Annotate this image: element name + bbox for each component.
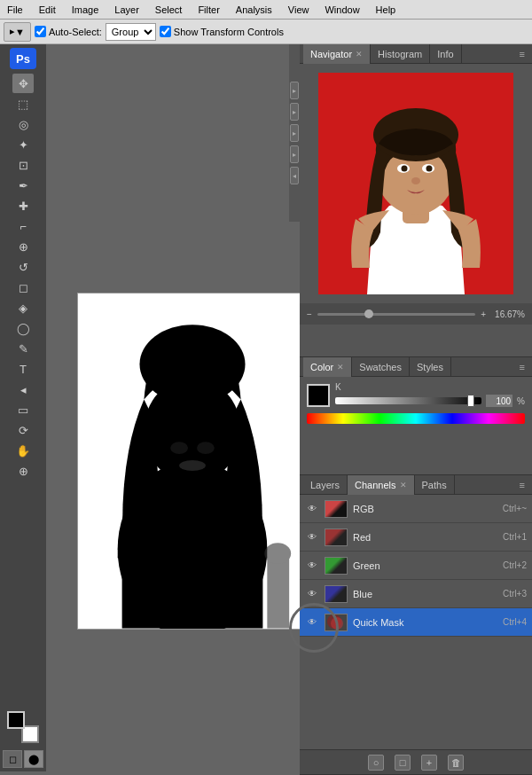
color-close-icon[interactable]: ✕ — [337, 363, 344, 372]
tool-shape[interactable]: ▭ — [12, 400, 34, 419]
channels-close-icon[interactable]: ✕ — [400, 481, 407, 489]
collapse-misc-btn[interactable]: ▸ — [290, 145, 299, 163]
menu-help[interactable]: Help — [372, 3, 400, 17]
transform-checkbox[interactable] — [160, 26, 171, 37]
tool-gradient[interactable]: ◈ — [12, 298, 34, 317]
menu-bar: File Edit Image Layer Select Filter Anal… — [0, 0, 532, 20]
channel-shortcut-quickmask: Ctrl+4 — [503, 617, 527, 627]
tool-lasso[interactable]: ◎ — [12, 114, 34, 134]
autoselect-checkbox[interactable] — [35, 26, 46, 37]
tool-magic-wand[interactable]: ✦ — [12, 135, 34, 154]
tool-healing[interactable]: ✚ — [12, 196, 34, 215]
menu-select[interactable]: Select — [152, 3, 186, 17]
fg-bg-color-picker[interactable] — [7, 711, 39, 743]
channel-shortcut-green: Ctrl+2 — [503, 560, 527, 570]
channel-thumb-red — [325, 528, 348, 546]
svg-point-18 — [426, 166, 433, 172]
panel-collapse-strip: ▸ ▸ ▸ ▸ ◂ — [289, 44, 300, 222]
navigator-panel-menu[interactable]: ≡ — [516, 49, 528, 59]
color-k-value[interactable] — [485, 394, 513, 408]
channels-panel-menu[interactable]: ≡ — [516, 480, 528, 490]
menu-view[interactable]: View — [285, 3, 313, 17]
tab-info[interactable]: Info — [430, 44, 461, 64]
new-channel-btn[interactable]: + — [421, 755, 437, 771]
menu-image[interactable]: Image — [68, 3, 103, 17]
autoselect-dropdown[interactable]: Group — [106, 23, 156, 41]
tool-eraser[interactable]: ◻ — [12, 278, 34, 297]
channel-row-quickmask[interactable]: 👁 Quick Mask Ctrl+4 — [300, 608, 532, 637]
tool-zoom[interactable]: ⊕ — [12, 461, 34, 481]
standard-mode-icon[interactable]: ◻ — [3, 750, 22, 768]
channel-row-rgb[interactable]: 👁 RGB Ctrl+~ — [300, 495, 532, 523]
tool-type[interactable]: T — [12, 359, 34, 379]
navigator-close-icon[interactable]: ✕ — [356, 50, 363, 59]
tool-3d[interactable]: ⟳ — [12, 420, 34, 440]
tool-hand[interactable]: ✋ — [12, 441, 34, 460]
channel-eye-rgb[interactable]: 👁 — [305, 503, 319, 515]
zoom-slider[interactable] — [317, 313, 475, 316]
channel-name-red: Red — [353, 532, 497, 543]
tool-dodge[interactable]: ◯ — [12, 318, 34, 338]
channel-row-green[interactable]: 👁 Green Ctrl+2 — [300, 552, 532, 580]
color-panel-menu[interactable]: ≡ — [516, 362, 528, 372]
autoselect-label: Auto-Select: — [35, 26, 102, 37]
canvas-area — [46, 44, 300, 775]
tab-layers[interactable]: Layers — [303, 475, 348, 495]
collapse-channels-btn[interactable]: ▸ — [290, 124, 299, 142]
zoom-in-icon[interactable]: + — [481, 309, 486, 319]
document-canvas[interactable] — [77, 293, 300, 630]
quick-mask-icon[interactable]: ⬤ — [24, 750, 43, 768]
tab-paths[interactable]: Paths — [415, 475, 455, 495]
save-selection-btn[interactable]: □ — [395, 755, 411, 771]
tab-histogram[interactable]: Histogram — [371, 44, 430, 64]
channel-name-blue: Blue — [353, 589, 497, 599]
color-swatch[interactable] — [307, 384, 330, 407]
channel-eye-quickmask[interactable]: 👁 — [305, 616, 319, 629]
menu-window[interactable]: Window — [321, 3, 363, 17]
navigator-zoom-bar: − + 16.67% — [300, 303, 532, 325]
tab-channels[interactable]: Channels ✕ — [348, 475, 414, 495]
menu-filter[interactable]: Filter — [194, 3, 223, 17]
tool-eyedropper[interactable]: ✒ — [12, 176, 34, 195]
navigator-panel-group: Navigator ✕ Histogram Info ≡ — [300, 44, 532, 357]
menu-edit[interactable]: Edit — [35, 3, 59, 17]
expand-btn[interactable]: ◂ — [290, 167, 299, 184]
svg-point-10 — [264, 543, 291, 564]
color-spectrum-bar[interactable] — [307, 413, 525, 424]
tool-marquee[interactable]: ⬚ — [12, 94, 34, 114]
channel-row-red[interactable]: 👁 Red Ctrl+1 — [300, 523, 532, 552]
menu-analysis[interactable]: Analysis — [232, 3, 276, 17]
menu-layer[interactable]: Layer — [111, 3, 143, 17]
foreground-color-box[interactable] — [7, 711, 25, 729]
color-k-slider[interactable] — [335, 397, 481, 404]
tab-styles[interactable]: Styles — [410, 357, 451, 377]
channel-eye-red[interactable]: 👁 — [305, 531, 319, 544]
tool-clone-stamp[interactable]: ⊕ — [12, 237, 34, 256]
tool-move[interactable]: ✥ — [12, 74, 34, 93]
tab-color[interactable]: Color ✕ — [303, 357, 352, 377]
svg-point-8 — [179, 460, 206, 471]
tab-navigator[interactable]: Navigator ✕ — [303, 44, 371, 64]
zoom-out-icon[interactable]: − — [307, 309, 312, 319]
options-toolbar: ▸ ▼ Auto-Select: Group Show Transform Co… — [0, 20, 532, 44]
tool-move-btn[interactable]: ▸ ▼ — [4, 22, 31, 42]
delete-channel-btn[interactable]: 🗑 — [448, 755, 464, 771]
tool-crop[interactable]: ⊡ — [12, 155, 34, 175]
collapse-color-btn[interactable]: ▸ — [290, 103, 299, 121]
channel-eye-blue[interactable]: 👁 — [305, 588, 319, 600]
channel-eye-green[interactable]: 👁 — [305, 560, 319, 572]
channel-row-blue[interactable]: 👁 Blue Ctrl+3 — [300, 580, 532, 608]
tool-path-select[interactable]: ◂ — [12, 380, 34, 399]
svg-point-7 — [197, 442, 215, 454]
tool-brush[interactable]: ⌐ — [12, 216, 34, 236]
load-channel-btn[interactable]: ○ — [368, 755, 384, 771]
color-percent-label: % — [517, 396, 525, 406]
svg-point-6 — [170, 442, 188, 454]
menu-file[interactable]: File — [4, 3, 27, 17]
navigator-content — [300, 64, 532, 303]
tab-swatches[interactable]: Swatches — [352, 357, 410, 377]
tool-pen[interactable]: ✎ — [12, 339, 34, 358]
tool-history[interactable]: ↺ — [12, 257, 34, 277]
collapse-nav-btn[interactable]: ▸ — [290, 82, 299, 99]
color-slider-label: K — [335, 382, 525, 392]
